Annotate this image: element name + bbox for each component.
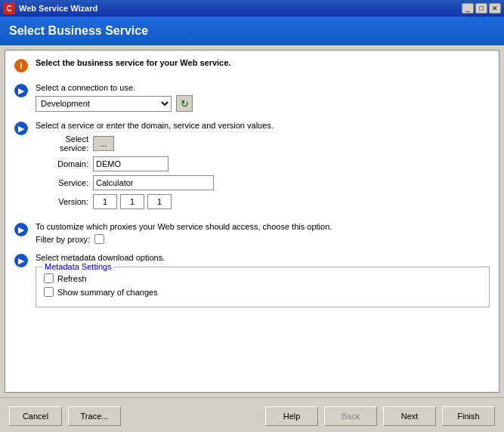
- info-icon-container: i: [14, 59, 29, 74]
- metadata-group: Metadata Settings Refresh Show summary o…: [36, 267, 490, 307]
- service-section-label: Select a service or enter the domain, se…: [36, 121, 274, 130]
- domain-input[interactable]: [93, 156, 169, 171]
- metadata-content: Select metadata download options. Metada…: [36, 253, 490, 307]
- info-label: Select the business service for your Web…: [36, 58, 230, 67]
- back-button[interactable]: Back: [324, 406, 377, 426]
- dialog-footer: Cancel Trace... Help Back Next Finish: [0, 397, 504, 432]
- proxy-row: Filter by proxy:: [36, 234, 490, 244]
- connection-arrow-icon: ▶: [14, 84, 29, 99]
- connection-content: Select a connection to use. Development …: [36, 83, 490, 112]
- maximize-button[interactable]: □: [475, 3, 487, 14]
- info-text: Select the business service for your Web…: [36, 58, 490, 67]
- service-form: Select service: ... Domain: Service: Ver…: [36, 134, 490, 209]
- refresh-button[interactable]: ↻: [176, 95, 193, 112]
- help-button[interactable]: Help: [265, 406, 318, 426]
- summary-checkbox[interactable]: [44, 287, 54, 297]
- arrow-icon-4: ▶: [14, 254, 28, 267]
- connection-label: Select a connection to use.: [36, 83, 135, 92]
- title-bar: C Web Service Wizard _ □ ✕: [0, 0, 504, 17]
- dialog-body: i Select the business service for your W…: [5, 50, 499, 393]
- service-input[interactable]: [93, 175, 214, 190]
- service-arrow-icon: ▶: [14, 122, 29, 137]
- browse-service-button[interactable]: ...: [93, 136, 114, 151]
- proxy-section: ▶ To customize which proxies your Web se…: [14, 222, 490, 244]
- service-row: Service:: [36, 175, 490, 190]
- version-input-2[interactable]: [120, 194, 144, 209]
- page-title: Select Business Service: [9, 24, 148, 38]
- service-content: Select a service or enter the domain, se…: [36, 121, 490, 213]
- select-service-label: Select service:: [36, 134, 88, 153]
- proxy-arrow-icon: ▶: [14, 223, 29, 238]
- title-bar-text: Web Service Wizard: [19, 4, 97, 13]
- metadata-group-title: Metadata Settings: [42, 262, 114, 271]
- window-controls: _ □ ✕: [462, 3, 501, 14]
- version-input-1[interactable]: [93, 194, 117, 209]
- connection-section: ▶ Select a connection to use. Developmen…: [14, 83, 490, 112]
- service-section: ▶ Select a service or enter the domain, …: [14, 121, 490, 213]
- close-button[interactable]: ✕: [489, 3, 501, 14]
- proxy-content: To customize which proxies your Web serv…: [36, 222, 490, 244]
- finish-button[interactable]: Finish: [442, 406, 495, 426]
- service-label: Service:: [36, 178, 88, 187]
- minimize-button[interactable]: _: [462, 3, 474, 14]
- refresh-label: Refresh: [57, 274, 87, 283]
- metadata-label: Select metadata download options.: [36, 253, 165, 262]
- version-row: Version:: [36, 194, 490, 209]
- filter-by-proxy-checkbox[interactable]: [94, 234, 104, 244]
- metadata-arrow-icon: ▶: [14, 254, 29, 269]
- filter-label: Filter by proxy:: [36, 235, 90, 244]
- select-service-row: Select service: ...: [36, 134, 490, 153]
- refresh-checkbox[interactable]: [44, 273, 54, 283]
- dialog-header: Select Business Service: [0, 17, 504, 45]
- domain-label: Domain:: [36, 159, 88, 168]
- cancel-button[interactable]: Cancel: [9, 406, 62, 426]
- refresh-row: Refresh: [44, 273, 481, 283]
- footer-left-buttons: Cancel Trace...: [9, 406, 121, 426]
- connection-dropdown[interactable]: Development Production Test: [36, 96, 172, 112]
- arrow-icon: ▶: [14, 84, 28, 97]
- metadata-section: ▶ Select metadata download options. Meta…: [14, 253, 490, 307]
- arrow-icon-2: ▶: [14, 122, 28, 135]
- trace-button[interactable]: Trace...: [68, 406, 121, 426]
- title-bar-left: C Web Service Wizard: [3, 2, 97, 14]
- summary-label: Show summary of changes: [57, 288, 158, 297]
- next-button[interactable]: Next: [383, 406, 436, 426]
- version-input-3[interactable]: [147, 194, 172, 209]
- info-icon: i: [14, 59, 28, 73]
- info-section: i Select the business service for your W…: [14, 58, 490, 74]
- footer-right-buttons: Help Back Next Finish: [265, 406, 495, 426]
- arrow-icon-3: ▶: [14, 223, 28, 236]
- version-label: Version:: [36, 197, 88, 206]
- domain-row: Domain:: [36, 156, 490, 171]
- app-icon: C: [3, 2, 15, 14]
- summary-row: Show summary of changes: [44, 287, 481, 297]
- connection-row: Development Production Test ↻: [36, 95, 490, 112]
- proxy-label: To customize which proxies your Web serv…: [36, 222, 332, 231]
- version-inputs: [93, 194, 172, 209]
